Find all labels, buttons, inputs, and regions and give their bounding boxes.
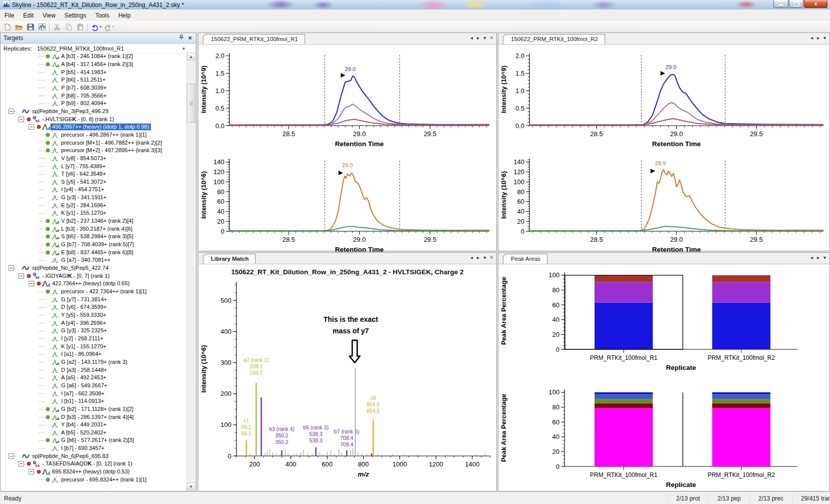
undo-button[interactable]: [89, 22, 101, 32]
cut-button[interactable]: [51, 22, 63, 32]
tree-item[interactable]: I [a1] - 86.0964+: [1, 350, 187, 358]
scrollbar-thumb[interactable]: [187, 84, 195, 123]
tree-item[interactable]: S [b5] - 538.2984+ (rank 3)[5]: [1, 233, 187, 241]
menu-item-file[interactable]: File: [0, 10, 19, 21]
tree-item[interactable]: P [b8] - 705.3566+: [1, 92, 187, 100]
close-panel-icon[interactable]: ×: [490, 35, 493, 41]
tree-item[interactable]: sp|Peptide_No_3|Pep3_496.29: [1, 108, 187, 116]
tree-item[interactable]: PY-.IGDYAGIK.- [0, 7] (rank 1): [1, 272, 187, 280]
tree-item[interactable]: G [a6] - 549.2667+: [1, 382, 187, 390]
tree-item[interactable]: V [y8] - 854.5073+: [1, 155, 187, 163]
tree-item[interactable]: precursor - 422.7364++ (irank 1)[1]: [1, 288, 187, 296]
tree-item[interactable]: L [y7] - 755.4389+: [1, 162, 187, 170]
tree-item[interactable]: 422.7364++ (heavy) (dotp 0.65): [1, 280, 187, 288]
scroll-up-icon[interactable]: ▲: [187, 53, 195, 61]
tree-item[interactable]: K [y1] - 155.1270+: [1, 209, 187, 217]
tree-item[interactable]: PY-.HVLTSIGEK.- [0, 8] (rank 1): [1, 115, 187, 123]
tree-item[interactable]: 496.2867++ (heavy) (idotp 1, dotp 0.98): [1, 123, 187, 131]
expand-collapse-icon[interactable]: [19, 117, 24, 122]
tree-item[interactable]: G [b7] - 708.4039+ (rank 5)[7]: [1, 241, 187, 249]
restore-button[interactable]: [789, 0, 803, 8]
expand-collapse-icon[interactable]: [9, 453, 14, 459]
scroll-down-icon[interactable]: ▼: [187, 482, 195, 490]
tab-peak-areas[interactable]: Peak Areas: [503, 254, 547, 264]
tree-item[interactable]: A [y4] - 396.2696+: [1, 319, 187, 327]
window-menu-icon[interactable]: ▾: [483, 255, 486, 261]
tree-item[interactable]: P [b5] - 414.1983+: [1, 68, 187, 76]
tree-item[interactable]: Y [b4] - 449.2031+: [1, 421, 187, 429]
scroll-right-icon[interactable]: ▸: [817, 35, 819, 41]
menu-item-settings[interactable]: Settings: [60, 10, 91, 21]
chromatogram-chart-r1-transitions[interactable]: 02040608010012014028.529.029.5Intensity …: [198, 152, 496, 256]
tree-item[interactable]: precursor [M+1] - 496.7882++ (irank 2)[2…: [1, 139, 187, 147]
scroll-right-icon[interactable]: ▸: [477, 255, 479, 261]
library-spectrum-chart[interactable]: 0100200300400500200400600800100012001400…: [198, 278, 496, 482]
pin-icon[interactable]: [179, 35, 184, 42]
window-menu-icon[interactable]: ▾: [483, 35, 486, 41]
chromatogram-chart-r2-precursor[interactable]: 0.00.51.01.52.028.529.029.5Intensity (10…: [498, 46, 829, 151]
expand-collapse-icon[interactable]: [29, 469, 34, 474]
window-menu-icon[interactable]: ▾: [823, 35, 826, 41]
tree-item[interactable]: T [y6] - 642.3548+: [1, 170, 187, 178]
replicates-dropdown[interactable]: 150622_PRM_RTKit_100fmol_R1 ▾: [37, 44, 196, 53]
expand-collapse-icon[interactable]: [29, 281, 34, 286]
tree-item[interactable]: L [b3] - 350.2187+ (rank 4)[6]: [1, 225, 187, 233]
tree-item[interactable]: I [b7] - 690.3457+: [1, 444, 187, 452]
tree-item[interactable]: G [y3] - 341.1911+: [1, 194, 187, 202]
minimize-button[interactable]: [773, 0, 788, 8]
tree-item[interactable]: sp|Peptide_No_6|Pep6_695.83: [1, 452, 187, 460]
redo-dropdown-icon[interactable]: ▾: [112, 25, 114, 29]
targets-scrollbar[interactable]: ▲ ▼: [186, 53, 195, 490]
tree-item[interactable]: G [y7] - 731.3814+: [1, 295, 187, 303]
tab-library-match[interactable]: Library Match: [203, 254, 255, 264]
tree-item[interactable]: A [b5] - 520.2402+: [1, 429, 187, 437]
menu-item-view[interactable]: View: [38, 10, 60, 21]
scroll-right-icon[interactable]: ▸: [477, 35, 479, 41]
tree-item[interactable]: P [b6] - 511.2511+: [1, 76, 187, 84]
close-panel-icon[interactable]: ×: [490, 255, 493, 261]
tree-item[interactable]: P [b7] - 608.3039+: [1, 84, 187, 92]
new-document-button[interactable]: [2, 22, 13, 32]
tree-item[interactable]: precursor - 695.8324++ (irank 1)[1]: [1, 475, 187, 483]
open-button[interactable]: [13, 22, 25, 32]
scroll-left-icon[interactable]: ◂: [810, 255, 813, 261]
scroll-left-icon[interactable]: ◂: [810, 35, 813, 41]
tree-item[interactable]: G [y3] - 325.2325+: [1, 327, 187, 335]
tree-item[interactable]: K [y1] - 155.1270+: [1, 342, 187, 350]
tree-item[interactable]: 695.8324++ (heavy) (dotp 0.53): [1, 468, 187, 476]
tree-item[interactable]: precursor [M+2] - 497.2895++ (irank 3)[3…: [1, 147, 187, 155]
close-panel-icon[interactable]: ×: [188, 35, 192, 42]
menu-item-tools[interactable]: Tools: [91, 10, 114, 21]
tree-item[interactable]: D [y6] - 674.3599+: [1, 303, 187, 311]
tab-chromatogram-r1[interactable]: 150622_PRM_RTKit_100fmol_R1: [203, 34, 305, 44]
expand-collapse-icon[interactable]: [9, 265, 14, 271]
tree-item[interactable]: V [b2] - 237.1346+ (rank 2)[4]: [1, 217, 187, 225]
paste-button[interactable]: [74, 22, 86, 32]
tree-item[interactable]: G [a2] - 143.1179+ (rank 3): [1, 358, 187, 366]
tree-item[interactable]: S [y5] - 541.3072+: [1, 178, 187, 186]
scroll-left-icon[interactable]: ◂: [470, 35, 473, 41]
chromatogram-chart-r1-precursor[interactable]: 0.00.51.01.52.028.529.029.5Intensity (10…: [198, 46, 496, 151]
tree-item[interactable]: PY-.TASEFDSAIAQDK.- [0, 12] (rank 1): [1, 460, 187, 468]
tree-item[interactable]: E [y2] - 284.1696+: [1, 201, 187, 209]
tab-chromatogram-r2[interactable]: 150622_PRM_RTKit_100fmol_R2: [503, 34, 605, 44]
tree-item[interactable]: I [b1] - 114.0913+: [1, 397, 187, 405]
chromatogram-chart-r2-transitions[interactable]: 02040608010012014028.529.029.5Intensity …: [498, 152, 829, 256]
tree-item[interactable]: A [a5] - 492.2453+: [1, 374, 187, 382]
tree-item[interactable]: G [a7] - 340.7081++: [1, 256, 187, 264]
tree-item[interactable]: I [y4] - 454.2751+: [1, 186, 187, 194]
tree-item[interactable]: D [a3] - 258.1448+: [1, 366, 187, 374]
save-button[interactable]: [25, 22, 36, 32]
peak-areas-chart-transitions[interactable]: 020406080100Peak Area PercentagePRM_RTKi…: [498, 382, 829, 497]
tree-item[interactable]: A [b3] - 246.1084+ (rank 1)[2]: [1, 53, 187, 61]
expand-collapse-icon[interactable]: [9, 109, 14, 114]
tree-item[interactable]: E [b8] - 837.4465+ (rank 6)[8]: [1, 248, 187, 256]
tree-item[interactable]: Y [y5] - 559.3330+: [1, 311, 187, 319]
tree-item[interactable]: I [y2] - 268.2111+: [1, 335, 187, 343]
tree-item[interactable]: sp|Peptide_No_5|Pep5_422.74: [1, 264, 187, 272]
tree-item[interactable]: precursor - 496.2867++ (irank 1)[1]: [1, 131, 187, 139]
redo-button[interactable]: [102, 22, 113, 32]
tree-item[interactable]: G [b2] - 171.1128+ (rank 1)[2]: [1, 405, 187, 413]
scroll-right-icon[interactable]: ▸: [817, 255, 819, 261]
import-results-button[interactable]: [36, 22, 48, 32]
